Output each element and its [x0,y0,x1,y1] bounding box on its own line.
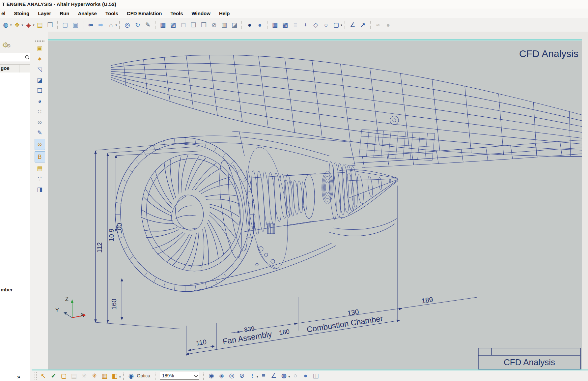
folder-export-tool-icon[interactable]: ▢ [59,371,68,380]
import-globe-button-icon[interactable]: ◍ [1,20,10,29]
screenshot-button-icon[interactable]: ▤ [36,20,44,29]
snap-hex-tool-icon[interactable]: ◉ [207,371,216,380]
angle-measure-tool-icon[interactable]: ∠ [269,371,278,380]
plane-filled-tool-icon[interactable]: ◪ [35,75,45,85]
probe-pen-tool-icon[interactable]: ✎ [35,128,45,138]
selected-tool-highlight[interactable]: ∞ [35,139,45,150]
axis-cross-button-icon[interactable]: + [301,20,310,29]
box-part-tool-icon[interactable]: ◨ [35,185,45,194]
axis-sphere-tool-icon[interactable]: ◈ [217,371,226,380]
tree-header-label[interactable]: goe [0,65,19,73]
dropdown-caret-icon[interactable]: ▾ [33,23,35,27]
solid-stack-button-icon[interactable]: ❏ [189,20,198,29]
back-button-icon[interactable]: ⇦ [86,20,95,29]
menu-teols[interactable]: Teols [166,11,187,16]
link-chain-tool-icon[interactable]: ∞ [35,117,45,127]
node-network-tool-icon[interactable]: ✶ [35,54,45,64]
zoom-tool-button-icon[interactable]: ◎ [123,20,132,29]
forward-button-icon[interactable]: ⇨ [97,20,105,29]
zoom-level-combobox[interactable]: 189% [160,372,199,380]
bucket-tool-icon[interactable]: ◧ [110,371,119,380]
cylinder-tool-icon[interactable]: ◫ [311,371,320,380]
ghost-tool-button-icon[interactable]: ≈ [374,20,382,29]
select-check-tool-icon[interactable]: ✔ [49,371,58,380]
select-arrow-tool-icon[interactable]: ↖ [39,371,48,380]
connector-chain-tool-icon[interactable]: ∞ [35,139,45,149]
wireframe-drawing[interactable]: 112 10 9 100 160 110 839 180 Fan Assembl… [48,40,582,371]
menu-help[interactable]: Help [215,11,234,16]
constraint-dots-tool-icon[interactable]: ∷ [35,107,45,117]
menu-window[interactable]: Window [187,11,215,16]
home-button-icon[interactable]: ⌂ [107,20,116,29]
vector-arrow-button-icon[interactable]: ↗ [358,20,367,29]
display-panel-tool-icon[interactable]: ▣ [35,44,45,53]
copy-solid-button-icon[interactable]: ▥ [220,20,229,29]
sphere-dark-button-icon[interactable]: ● [245,20,254,29]
globe-render-tool-icon[interactable]: ◍ [280,371,289,380]
search-icon[interactable] [25,55,30,60]
menu-stoing[interactable]: Stoing [10,11,34,16]
polyline-tool-icon[interactable]: ≀ [248,371,257,380]
ellipse-tool-button-icon[interactable]: ○ [322,20,330,29]
dropdown-caret-icon[interactable]: ▾ [289,375,290,378]
publish-globe-button-icon[interactable]: ◈ [24,20,33,29]
node-numbers-button-icon[interactable]: ▩ [281,20,290,29]
measure-angle-button-icon[interactable]: ∠ [348,20,357,29]
menu-run[interactable]: Run [55,11,73,16]
target-circle-tool-icon[interactable]: ◎ [227,371,236,380]
toolbar-grip[interactable] [34,372,37,380]
ellipse-gray-tool-icon[interactable]: ○ [291,371,300,380]
menu-cfd-emalstion[interactable]: CFD Emalstion [123,11,166,16]
viewport-canvas[interactable]: 112 10 9 100 160 110 839 180 Fan Assembl… [48,39,582,371]
mesh-edit-button-icon[interactable]: ▨ [169,20,178,29]
dropdown-caret-icon[interactable]: ▾ [257,375,258,378]
menu-layer[interactable]: Layer [34,11,55,16]
window-capture-button-icon[interactable]: ❐ [46,20,55,29]
tree-list[interactable]: mber » [0,73,30,381]
sketch-pen-button-icon[interactable]: ✎ [143,20,152,29]
tree-item-partial[interactable]: mber [1,287,13,292]
open-file-button-icon[interactable]: ▢ [61,20,70,29]
search-box[interactable] [0,53,30,62]
grab-hand-tool-icon[interactable]: ✳ [90,371,99,380]
plane-outline-tool-icon[interactable]: ◹ [35,65,45,74]
beam-bd-tool-icon[interactable]: B [35,152,45,162]
diamond-axes-button-icon[interactable]: ◇ [311,20,320,29]
grid-display-button-icon[interactable]: ▦ [270,20,279,29]
archive-box-tool-icon[interactable]: ▦ [100,371,109,380]
no-render-tool-icon[interactable]: ⊘ [238,371,246,380]
chevron-down-icon[interactable] [194,373,198,377]
surface-book-tool-icon[interactable]: ❑ [35,86,45,96]
sphere-shaded-tool-icon[interactable]: ● [301,371,310,380]
stack-list-tool-icon[interactable]: ≡ [259,371,268,380]
selected-tool-highlight[interactable]: B [35,151,45,162]
save-button-icon[interactable]: ▣ [71,20,80,29]
solid-save-button-icon[interactable]: ❒ [199,20,208,29]
dropdown-caret-icon[interactable]: ▾ [116,23,117,27]
vector-field-button-icon[interactable]: ≡ [291,20,300,29]
sphere-blue-button-icon[interactable]: ● [255,20,264,29]
render-sphere-button-icon[interactable]: ● [384,20,393,29]
orbit-tool-button-icon[interactable]: ↻ [133,20,142,29]
panel-overflow-button[interactable]: » [17,374,20,380]
options-icon[interactable]: ◉ [127,371,136,380]
sphere-section-tool-icon[interactable]: ◕ [35,96,45,106]
dropdown-caret-icon[interactable]: ▾ [22,23,23,27]
trim-solid-button-icon[interactable]: ◪ [230,20,239,29]
mesh-doc-button-icon[interactable]: ▦ [158,20,167,29]
scatter-parts-tool-icon[interactable]: ∵ [35,174,45,184]
dropdown-caret-icon[interactable]: ▾ [119,375,121,379]
dropdown-caret-icon[interactable]: ▾ [10,23,12,27]
clipboard-tool-icon[interactable]: ▤ [70,371,78,380]
film-grid-tool-icon[interactable]: ▤ [35,163,45,173]
tree-header[interactable]: goe [0,64,30,73]
menu-tools[interactable]: Tools [101,11,123,16]
menu-el[interactable]: el [0,11,10,16]
selection-box-button-icon[interactable]: ▢ [332,20,341,29]
menu-analyse[interactable]: Analyse [73,11,101,16]
solid-check-button-icon[interactable]: ⊘ [210,20,218,29]
dropdown-caret-icon[interactable]: ▾ [341,23,342,27]
pan-hand-tool-icon[interactable]: ✳ [80,371,89,380]
search-input[interactable] [0,55,25,60]
solid-create-button-icon[interactable]: □ [179,20,188,29]
